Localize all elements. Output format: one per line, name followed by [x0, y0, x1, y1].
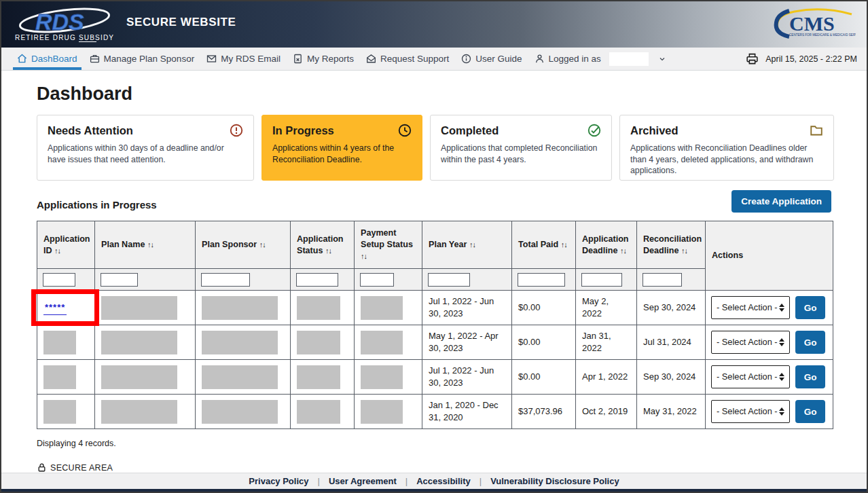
redacted-plan-name [101, 400, 177, 424]
redacted-plan-sponsor [202, 400, 278, 424]
cell-application-status [291, 325, 355, 360]
filter-payment-setup-status[interactable] [360, 273, 394, 287]
card-completed[interactable]: Completed Applications that completed Re… [430, 115, 612, 181]
logged-in-user-redacted [609, 52, 649, 66]
sort-icon: ↑↓ [147, 240, 153, 249]
redacted-application-id [43, 400, 76, 424]
cell-payment-setup-status [355, 291, 422, 325]
briefcase-icon [90, 54, 100, 64]
redacted-application-id [43, 365, 76, 389]
cell-application-deadline: Apr 1, 2022 [576, 360, 637, 395]
footer-link-privacy-policy[interactable]: Privacy Policy [249, 476, 308, 486]
logged-in-as-label: Logged in as [549, 54, 601, 64]
filter-reconciliation-deadline[interactable] [643, 273, 682, 287]
clock-icon [398, 124, 412, 137]
card-archived[interactable]: Archived Applications with Reconciliatio… [619, 115, 834, 181]
card-title: Needs Attention [48, 124, 133, 137]
redacted-plan-sponsor [202, 296, 278, 320]
mail-icon [206, 54, 217, 64]
cell-payment-setup-status [355, 325, 422, 360]
col-actions: Actions [706, 221, 833, 291]
printer-icon[interactable] [746, 52, 759, 65]
info-icon [461, 54, 471, 64]
filter-application-status[interactable] [296, 273, 338, 287]
support-icon [366, 54, 376, 64]
col-application-id[interactable]: Application ID ↑↓ [37, 221, 95, 269]
cell-plan-sponsor [196, 360, 291, 395]
card-description: Applications that completed Reconciliati… [441, 143, 601, 165]
action-select[interactable]: - Select Action - [711, 331, 790, 354]
go-button[interactable]: Go [795, 365, 825, 388]
action-select[interactable]: - Select Action - [711, 400, 790, 423]
col-plan-year[interactable]: Plan Year ↑↓ [422, 221, 512, 269]
col-application-deadline[interactable]: Application Deadline ↑↓ [576, 221, 637, 269]
cell-application-status [291, 395, 355, 429]
go-button[interactable]: Go [795, 400, 825, 423]
secure-area-label: SECURE AREA [37, 462, 831, 473]
filter-application-deadline[interactable] [581, 273, 622, 287]
nav-label: Request Support [380, 54, 449, 64]
cell-plan-sponsor [196, 325, 291, 360]
filter-plan-year[interactable] [428, 273, 470, 287]
redacted-payment-setup-status [361, 331, 403, 354]
footer-link-accessibility[interactable]: Accessibility [416, 476, 471, 486]
col-reconciliation-deadline[interactable]: Reconciliation Deadline ↑↓ [637, 221, 706, 269]
redacted-application-status [297, 331, 340, 354]
filter-plan-sponsor[interactable] [201, 273, 250, 287]
go-button[interactable]: Go [795, 296, 825, 319]
footer-link-user-agreement[interactable]: User Agreement [329, 476, 397, 486]
nav-label: My RDS Email [221, 54, 281, 64]
col-total-paid[interactable]: Total Paid ↑↓ [512, 221, 576, 269]
create-application-button[interactable]: Create Application [731, 190, 831, 213]
card-needs-attention[interactable]: Needs Attention Applications within 30 d… [37, 115, 254, 181]
nav-item-my-reports[interactable]: My Reports [287, 48, 360, 70]
cell-application-id [37, 360, 95, 395]
card-title: In Progress [272, 124, 334, 137]
sort-icon: ↑↓ [325, 246, 331, 255]
redacted-application-status [297, 400, 340, 424]
col-plan-sponsor[interactable]: Plan Sponsor ↑↓ [196, 221, 291, 269]
nav-item-my-rds-email[interactable]: My RDS Email [200, 48, 287, 70]
card-description: Applications within 30 days of a deadlin… [48, 143, 243, 165]
record-count: Displaying 4 records. [37, 439, 831, 448]
cell-reconciliation-deadline: Sep 30, 2024 [637, 291, 706, 325]
cell-total-paid: $0.00 [512, 291, 576, 325]
nav-label: Manage Plan Sponsor [104, 54, 195, 64]
cell-plan-year: Jul 1, 2022 - Jun 30, 2023 [422, 291, 512, 325]
redacted-plan-sponsor [202, 365, 278, 389]
section-title: Applications in Progress [37, 199, 157, 213]
redacted-plan-name [101, 365, 177, 389]
svg-text:RETIREE DRUG SUBSIDY: RETIREE DRUG SUBSIDY [15, 34, 114, 41]
filter-total-paid[interactable] [518, 273, 565, 287]
nav-item-dashboard[interactable]: DashBoard [11, 48, 84, 70]
cell-application-id [37, 325, 95, 360]
select-arrows-icon [779, 338, 784, 346]
application-id-link[interactable]: ***** [43, 302, 67, 315]
footer-link-vulnerability-disclosure-policy[interactable]: Vulnerability Disclosure Policy [490, 476, 619, 486]
nav-item-request-support[interactable]: Request Support [360, 48, 455, 70]
action-select[interactable]: - Select Action - [711, 365, 790, 388]
site-title: SECURE WEBSITE [126, 16, 236, 29]
go-button[interactable]: Go [795, 331, 825, 354]
col-payment-setup-status[interactable]: Payment Setup Status ↑↓ [355, 221, 422, 269]
cell-reconciliation-deadline: Jul 31, 2024 [637, 325, 706, 360]
logged-in-as-control[interactable]: Logged in as [528, 48, 672, 70]
nav-item-manage-plan-sponsor[interactable]: Manage Plan Sponsor [84, 48, 201, 70]
filter-plan-name[interactable] [101, 273, 138, 287]
applications-section-header: Applications in Progress Create Applicat… [37, 190, 831, 213]
nav-item-user-guide[interactable]: User Guide [455, 48, 528, 70]
cell-application-status [291, 291, 355, 325]
col-application-status[interactable]: Application Status ↑↓ [291, 221, 355, 269]
table-header-row: Application ID ↑↓ Plan Name ↑↓ Plan Spon… [37, 221, 833, 269]
action-select[interactable]: - Select Action - [711, 296, 790, 319]
cell-application-deadline: May 2, 2022 [576, 291, 637, 325]
footer-separator: | [480, 476, 482, 486]
redacted-payment-setup-status [361, 365, 403, 389]
select-arrows-icon [779, 373, 784, 381]
filter-application-id[interactable] [43, 273, 75, 287]
col-plan-name[interactable]: Plan Name ↑↓ [95, 221, 196, 269]
cms-logo: CMS CENTERS FOR MEDICARE & MEDICAID SERV… [769, 7, 856, 41]
page-title: Dashboard [37, 84, 831, 105]
rds-secure-website-window: RDS RETIREE DRUG SUBSIDY SECURE WEBSITE … [0, 0, 868, 493]
card-in-progress[interactable]: In Progress Applications within 4 years … [261, 115, 422, 181]
